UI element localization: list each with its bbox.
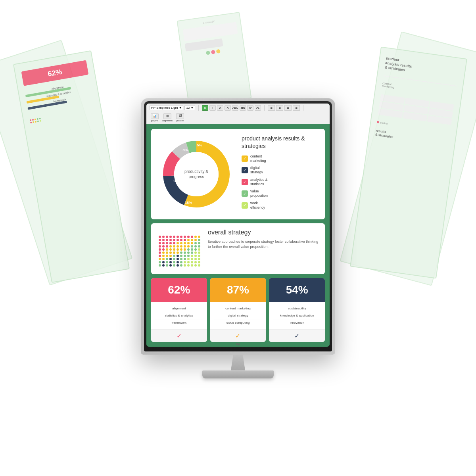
graphs-icon: 📊 (151, 113, 159, 119)
legend-label-1: contentmarketing (250, 154, 266, 163)
dot-5-1 (177, 261, 179, 263)
size-a2-btn[interactable]: A (225, 105, 231, 111)
bottom-card-item-2-1: knowledge & application (273, 312, 321, 319)
monitor-bezel: HP Simplified Light ▼ 12 ▼ B (144, 101, 332, 351)
hp-logo: hp (236, 342, 240, 346)
dot-5-2 (177, 258, 179, 260)
font-size-value: 12 (186, 106, 190, 109)
dot-0-0 (159, 264, 161, 267)
dot-2-7 (166, 242, 168, 244)
dot-chart-card: overall strategy Iterative approaches to… (151, 223, 325, 274)
font-select[interactable]: HP Simplified Light ▼ (150, 105, 183, 110)
dot-4-9 (173, 236, 175, 238)
dot-1-6 (162, 245, 165, 248)
graphs-btn[interactable]: 📊 graphs (150, 113, 160, 122)
chart-legend: product analysis results & strategies ✓ … (242, 135, 319, 213)
abc-btn[interactable]: ABC (232, 105, 238, 111)
align-center-btn[interactable]: ≡ (276, 105, 283, 111)
chart-section: 56% 18% 13% 8% 5% productivity & progres… (157, 134, 319, 214)
dot-6-1 (180, 261, 182, 263)
font-select-section: HP Simplified Light ▼ 12 ▼ (150, 105, 195, 110)
dot-5-7 (177, 242, 179, 244)
dot-column-7 (184, 236, 186, 267)
svg-text:13%: 13% (173, 179, 180, 183)
dot-11-9 (198, 236, 200, 238)
dot-8-1 (187, 261, 190, 263)
bottom-card-footer-1: ✓ (210, 329, 266, 342)
size-a1-btn[interactable]: A (217, 105, 223, 111)
dot-4-8 (173, 239, 175, 241)
font-size-select[interactable]: 12 ▼ (184, 105, 195, 110)
dot-7-7 (184, 242, 186, 244)
dot-11-8 (198, 239, 200, 241)
dot-1-0 (162, 264, 165, 267)
strategy-title: overall strategy (208, 229, 319, 236)
dot-0-3 (159, 255, 161, 257)
picture-btn[interactable]: 🖼 picture (175, 113, 185, 122)
bg-card-right-front: productanalysis results& strategies cont… (350, 46, 467, 278)
dropdown-arrow: ▼ (178, 106, 182, 109)
sep-2 (264, 105, 265, 111)
monitor-base (202, 370, 274, 378)
dot-4-2 (173, 258, 175, 260)
dot-8-6 (187, 245, 190, 248)
dot-9-1 (191, 261, 193, 263)
italic-btn[interactable]: I (209, 105, 216, 111)
dot-11-0 (198, 264, 200, 267)
dot-column-5 (177, 236, 179, 267)
dot-11-2 (198, 258, 200, 260)
svg-text:56%: 56% (209, 179, 216, 183)
dot-10-8 (194, 239, 197, 241)
dot-3-0 (169, 264, 172, 267)
bottom-card-body-2: sustainabilityknowledge & applicationinn… (269, 302, 325, 329)
bg-mini-percent: 62% (21, 60, 88, 86)
align-justify-btn[interactable]: ≡ (293, 105, 300, 111)
dot-1-8 (162, 239, 165, 241)
bottom-card-2: 54%sustainabilityknowledge & application… (269, 278, 325, 342)
dot-11-7 (198, 242, 200, 244)
dot-9-3 (191, 255, 193, 257)
bottom-cards: 62%alignmentstatistics & analyticsframew… (151, 278, 325, 342)
dot-8-2 (187, 258, 190, 260)
dot-4-5 (173, 248, 175, 251)
legend-label-5: workefficiency (250, 201, 265, 210)
dot-column-4 (173, 236, 175, 267)
dot-4-1 (173, 261, 175, 263)
abc-small-btn[interactable]: abc (240, 105, 246, 111)
dot-3-6 (169, 245, 172, 248)
bottom-card-body-1: content marketingdigital strategycloud c… (210, 302, 266, 329)
bottom-card-percent-2: 54% (269, 278, 325, 302)
bold-btn[interactable]: B (202, 105, 208, 111)
dot-3-1 (169, 261, 172, 263)
dot-column-9 (191, 236, 193, 267)
dot-column-3 (169, 236, 172, 267)
dot-8-0 (187, 264, 190, 267)
dot-7-2 (184, 258, 186, 260)
dot-6-5 (180, 248, 182, 251)
legend-item-5: ✓ workefficiency (242, 201, 319, 210)
picture-icon: 🖼 (176, 113, 184, 119)
bottom-card-item-1-2: cloud computing (214, 319, 262, 326)
align-right-btn[interactable]: ≡ (284, 105, 292, 111)
alignment-btn[interactable]: ⊞ alignment (161, 113, 174, 122)
dot-1-3 (162, 255, 165, 257)
dot-8-3 (187, 255, 190, 257)
insert-section: 📊 graphs ⊞ alignment 🖼 picture (150, 113, 185, 122)
dot-2-6 (166, 245, 168, 248)
donut-chart-card: 56% 18% 13% 8% 5% productivity & progres… (151, 129, 325, 219)
superscript-btn[interactable]: A² (247, 105, 253, 111)
dot-9-5 (191, 248, 193, 251)
legend-check-2: ✓ (242, 167, 248, 173)
dot-8-8 (187, 239, 190, 241)
donut-center: productivity & progress (182, 169, 210, 179)
dot-9-9 (191, 236, 193, 238)
dot-11-6 (198, 245, 200, 248)
dot-10-9 (194, 236, 197, 238)
subscript-btn[interactable]: A₁ (255, 105, 261, 111)
bottom-card-footer-0: ✓ (151, 329, 207, 342)
align-left-btn[interactable]: ≡ (268, 105, 275, 111)
dot-3-2 (169, 258, 172, 260)
donut-wrapper: 56% 18% 13% 8% 5% productivity & progres… (157, 134, 236, 214)
legend-check-1: ✓ (242, 155, 248, 162)
legend-item-2: ✓ digitalstrategy (242, 166, 319, 175)
